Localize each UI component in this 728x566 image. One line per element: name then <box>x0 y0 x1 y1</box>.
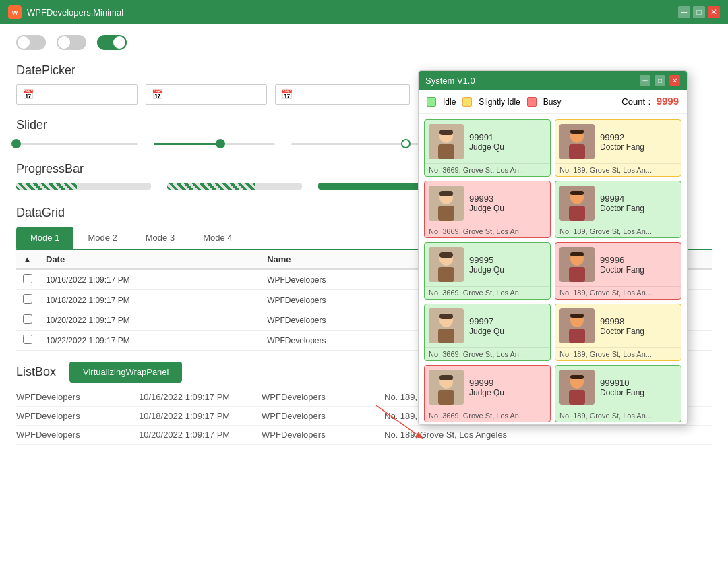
svg-rect-19 <box>569 206 585 221</box>
svg-rect-26 <box>439 252 453 258</box>
slider-1[interactable] <box>16 139 138 148</box>
window-controls: ─ □ ✕ <box>678 6 720 18</box>
row-name: WPFDevelopers <box>260 331 424 351</box>
system-card-grid: 99991 Judge Qu No. 3669, Grove St, Los A… <box>419 114 687 424</box>
svg-text:W: W <box>12 9 18 16</box>
tab-mode1[interactable]: Mode 1 <box>16 227 73 249</box>
lb-col1: WPFDevelopers <box>16 392 117 402</box>
system-card[interactable]: 99993 Judge Qu No. 3669, Grove St, Los A… <box>424 181 551 238</box>
card-avatar <box>429 370 464 405</box>
card-address: No. 3669, Grove St, Los An... <box>425 286 550 299</box>
slightly-legend-box <box>462 97 472 107</box>
svg-rect-14 <box>438 206 454 221</box>
card-avatar <box>429 186 464 221</box>
system-card[interactable]: 99995 Judge Qu No. 3669, Grove St, Los A… <box>424 242 551 300</box>
card-address: No. 189, Grove St, Los An... <box>555 163 681 176</box>
row-checkbox[interactable] <box>16 269 39 290</box>
card-info: 99994 Doctor Fang <box>600 186 644 221</box>
card-info: 999910 Doctor Fang <box>600 370 644 405</box>
system-minimize-button[interactable]: ─ <box>640 75 650 86</box>
card-avatar <box>559 370 595 405</box>
card-info: 99998 Doctor Fang <box>600 308 644 343</box>
system-card[interactable]: 99997 Judge Qu No. 3669, Grove St, Los A… <box>424 304 551 361</box>
calendar-icon-2: 📅 <box>152 89 163 100</box>
toggle-3[interactable] <box>97 35 127 50</box>
card-name: Doctor Fang <box>600 388 644 397</box>
slider-3[interactable] <box>291 139 426 148</box>
card-id: 99997 <box>469 316 504 327</box>
card-address: No. 3669, Grove St, Los An... <box>425 225 550 237</box>
svg-rect-6 <box>439 130 453 135</box>
virtualizing-wrap-panel-button[interactable]: VirtualizingWrapPanel <box>69 362 182 383</box>
svg-rect-51 <box>570 375 584 379</box>
card-address: No. 189, Grove St, Los An... <box>555 409 681 422</box>
row-date: 10/20/2022 1:09:17 PM <box>39 310 260 331</box>
toggle-2[interactable] <box>57 35 86 50</box>
card-id: 99996 <box>600 255 644 265</box>
svg-rect-44 <box>438 390 454 405</box>
system-card[interactable]: 99994 Doctor Fang No. 189, Grove St, Los… <box>555 181 681 238</box>
system-card[interactable]: 99996 Doctor Fang No. 189, Grove St, Los… <box>555 242 681 300</box>
row-date: 10/22/2022 1:09:17 PM <box>39 331 260 351</box>
slider-thumb-2[interactable] <box>216 139 225 148</box>
tab-mode2[interactable]: Mode 2 <box>73 227 131 249</box>
card-address: No. 189, Grove St, Los An... <box>555 286 681 299</box>
card-address: No. 3669, Grove St, Los An... <box>425 163 550 176</box>
toggle-1[interactable] <box>16 35 46 50</box>
row-name: WPFDevelopers <box>260 310 424 331</box>
card-avatar <box>429 124 464 159</box>
datepicker-3[interactable]: 📅 <box>275 84 410 105</box>
lb-col3: WPFDevelopers <box>262 430 363 440</box>
svg-rect-21 <box>570 191 584 195</box>
card-info: 99996 Doctor Fang <box>600 247 644 282</box>
card-info: 99993 Judge Qu <box>469 186 504 221</box>
system-card[interactable]: 99999 Judge Qu No. 3669, Grove St, Los A… <box>424 365 551 422</box>
system-card[interactable]: 99998 Doctor Fang No. 189, Grove St, Los… <box>555 304 681 361</box>
lb-col2: 10/16/2022 1:09:17 PM <box>139 392 240 402</box>
system-maximize-button[interactable]: □ <box>655 75 665 86</box>
toggle-row <box>16 35 712 50</box>
system-card[interactable]: 999910 Doctor Fang No. 189, Grove St, Lo… <box>555 365 681 422</box>
system-close-button[interactable]: ✕ <box>669 75 680 86</box>
row-checkbox[interactable] <box>16 310 39 331</box>
tab-mode3[interactable]: Mode 3 <box>131 227 189 249</box>
slider-2[interactable] <box>154 139 275 148</box>
system-card[interactable]: 99991 Judge Qu No. 3669, Grove St, Los A… <box>424 119 551 177</box>
svg-rect-49 <box>569 390 585 405</box>
close-button[interactable]: ✕ <box>708 6 720 18</box>
list-item[interactable]: WPFDevelopers 10/20/2022 1:09:17 PM WPFD… <box>16 426 712 445</box>
lb-col3: WPFDevelopers <box>262 411 363 421</box>
row-name: WPFDevelopers <box>260 290 424 310</box>
card-id: 99992 <box>600 132 644 142</box>
slider-thumb-1[interactable] <box>11 139 21 148</box>
busy-legend-label: Busy <box>543 97 562 107</box>
card-address: No. 189, Grove St, Los An... <box>555 347 681 360</box>
maximize-button[interactable]: □ <box>693 6 705 18</box>
system-popup-title-bar: System V1.0 ─ □ ✕ <box>419 71 687 90</box>
calendar-icon-1: 📅 <box>22 89 34 100</box>
card-info: 99992 Doctor Fang <box>600 124 644 159</box>
row-checkbox[interactable] <box>16 290 39 310</box>
system-card[interactable]: 99992 Doctor Fang No. 189, Grove St, Los… <box>555 119 681 177</box>
col-name: Name <box>260 250 424 269</box>
card-name: Doctor Fang <box>600 142 644 152</box>
row-checkbox[interactable] <box>16 331 39 351</box>
slider-thumb-3[interactable] <box>401 139 411 148</box>
minimize-button[interactable]: ─ <box>678 6 690 18</box>
card-info: 99999 Judge Qu <box>469 370 504 405</box>
svg-rect-31 <box>570 252 584 256</box>
svg-rect-24 <box>438 267 454 282</box>
row-date: 10/16/2022 1:09:17 PM <box>39 269 260 290</box>
main-content: DatePicker 📅 📅 📅 Slider <box>0 24 728 566</box>
card-name: Judge Qu <box>469 327 504 336</box>
svg-rect-9 <box>569 144 585 159</box>
card-name: Judge Qu <box>469 265 504 275</box>
datepicker-1[interactable]: 📅 <box>16 84 138 105</box>
card-id: 99999 <box>469 378 504 388</box>
lb-col1: WPFDevelopers <box>16 411 117 421</box>
card-id: 999910 <box>600 378 644 388</box>
card-info: 99995 Judge Qu <box>469 247 504 282</box>
tab-mode4[interactable]: Mode 4 <box>189 227 246 249</box>
datepicker-2[interactable]: 📅 <box>146 84 267 105</box>
app-title: WPFDevelopers.Minimal <box>27 7 673 18</box>
